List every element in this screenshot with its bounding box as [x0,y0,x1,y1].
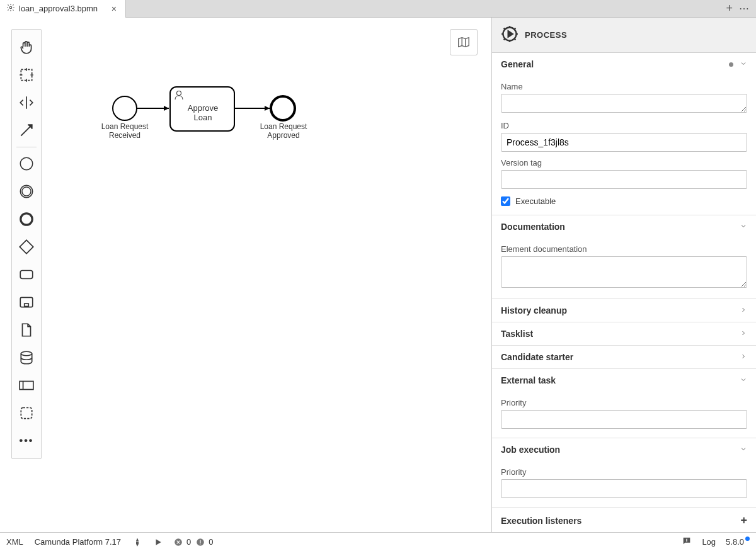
more-tools-icon[interactable]: ••• [15,429,38,453]
chevron-right-icon [740,329,747,339]
job-priority-input[interactable] [501,479,747,498]
section-title: Tasklist [501,329,533,339]
add-icon[interactable]: + [740,514,747,527]
svg-rect-28 [687,542,687,542]
svg-point-10 [21,351,32,356]
section-job-execution: Job execution Priority [492,438,756,508]
errors-count: 0 [186,537,191,547]
gateway-icon[interactable] [15,235,38,259]
chevron-down-icon [740,222,747,232]
process-icon [501,25,518,45]
feedback-icon[interactable] [682,536,692,548]
svg-rect-26 [200,543,201,544]
version-tag-label: Version tag [501,158,747,168]
svg-rect-27 [687,539,687,541]
chevron-right-icon [740,352,747,362]
task-label: Approve Loan [178,103,228,122]
svg-rect-6 [20,240,33,253]
gear-icon [6,3,15,14]
platform-label[interactable]: Camunda Platform 7.17 [35,537,121,547]
errors-indicator[interactable]: 0 [174,537,191,547]
chevron-down-icon [740,59,747,69]
svg-point-0 [9,6,12,9]
end-event-label: Loan Request Approved [260,122,307,140]
end-event-icon[interactable] [15,207,38,231]
subprocess-icon[interactable] [15,290,38,314]
ext-priority-label: Priority [501,398,747,407]
hand-tool-icon[interactable] [15,35,38,59]
lasso-tool-icon[interactable] [15,63,38,87]
section-tasklist-header[interactable]: Tasklist [492,322,756,345]
element-doc-label: Element documentation [501,244,747,254]
section-title: Execution listeners [501,516,581,526]
intermediate-event-icon[interactable] [15,179,38,203]
xml-toggle[interactable]: XML [6,537,23,547]
start-event-label: Loan Request Received [101,122,149,140]
svg-rect-1 [21,69,32,80]
more-icon[interactable]: ⋯ [739,3,750,14]
participant-icon[interactable] [15,373,38,397]
svg-point-21 [271,96,295,120]
svg-marker-20 [265,106,270,111]
section-title: Job execution [501,445,560,455]
svg-rect-7 [20,271,33,279]
id-input[interactable] [501,133,747,152]
section-history-cleanup-header[interactable]: History cleanup [492,299,756,322]
svg-marker-16 [164,106,169,111]
version-label[interactable]: 5.8.0 [726,537,750,547]
section-general: General Name ID Version tag Executable [492,53,756,215]
run-button[interactable] [154,538,163,547]
update-dot-icon [745,537,750,541]
status-bar: XML Camunda Platform 7.17 0 0 Log 5.8.0 [0,532,756,551]
deploy-button[interactable] [132,537,142,547]
tab-filename: loan_approval3.bpmn [19,4,98,13]
svg-point-14 [113,96,137,120]
start-event-icon[interactable] [15,152,38,176]
section-title: Candidate starter [501,352,573,362]
section-external-task-header[interactable]: External task [492,369,756,392]
new-tab-icon[interactable]: + [726,2,733,15]
svg-rect-9 [25,304,29,306]
section-execution-listeners: Execution listeners + [492,508,756,532]
minimap-toggle[interactable] [450,29,478,55]
chevron-down-icon [740,375,747,385]
group-icon[interactable] [15,401,38,425]
svg-point-2 [20,157,33,170]
modified-dot-icon [729,62,733,67]
section-candidate-starter-header[interactable]: Candidate starter [492,346,756,368]
executable-checkbox[interactable] [501,196,510,206]
ext-priority-input[interactable] [501,410,747,429]
section-history-cleanup: History cleanup [492,299,756,322]
tool-palette: ••• [11,29,42,459]
canvas[interactable]: ••• [0,18,491,532]
section-execution-listeners-header[interactable]: Execution listeners + [492,508,756,532]
version-tag-input[interactable] [501,170,747,189]
section-tasklist: Tasklist [492,322,756,346]
section-title: Documentation [501,222,565,232]
section-documentation-header[interactable]: Documentation [492,215,756,238]
section-external-task: External task Priority [492,369,756,438]
svg-point-5 [21,213,32,225]
svg-point-4 [22,187,31,196]
section-general-header[interactable]: General [492,53,756,76]
chevron-down-icon [740,445,747,455]
data-store-icon[interactable] [15,346,38,370]
close-icon[interactable]: × [109,4,119,14]
warnings-indicator[interactable]: 0 [196,537,213,547]
log-button[interactable]: Log [702,537,716,547]
bpmn-diagram[interactable]: Loan Request Received Approve Loan Loan … [107,78,346,173]
element-doc-input[interactable] [501,256,747,288]
warnings-count: 0 [209,537,213,547]
space-tool-icon[interactable] [15,91,38,115]
section-job-execution-header[interactable]: Job execution [492,438,756,461]
task-icon[interactable] [15,263,38,287]
connect-tool-icon[interactable] [15,118,38,142]
tab-file[interactable]: loan_approval3.bpmn × [0,0,126,18]
panel-title: Process [525,30,567,40]
tab-bar: loan_approval3.bpmn × + ⋯ [0,0,756,18]
svg-rect-11 [20,382,33,390]
id-label: ID [501,121,747,130]
name-input[interactable] [501,94,747,113]
data-object-icon[interactable] [15,318,38,342]
panel-header: Process [492,18,756,53]
